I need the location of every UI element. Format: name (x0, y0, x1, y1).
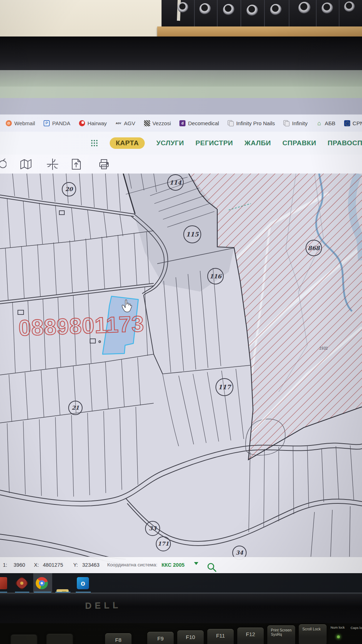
binder-ring (322, 3, 333, 14)
taskbar-app-partial-icon[interactable] (0, 577, 7, 589)
parcel-label: 115 (183, 225, 201, 243)
window-icon (283, 120, 289, 126)
parcel-label: 171 (156, 536, 171, 551)
parcel-number-small: 1931 (319, 346, 328, 350)
bookmark-hairway[interactable]: Hairway (79, 120, 107, 126)
parcel-label: 114 (167, 174, 184, 191)
bookmark-label: Vezzosi (153, 120, 171, 126)
key-f12: F12 (237, 628, 264, 644)
agv-icon: AGV (115, 120, 122, 126)
binder-ring (298, 2, 311, 14)
crs-selected-value: ККС 2005 (162, 562, 184, 568)
coord-y-label: Y: (73, 562, 78, 568)
binder-ring (199, 3, 211, 15)
bookmark-infinity-pro-nails[interactable]: Infinity Pro Nails (228, 120, 275, 126)
screen-top-band (0, 70, 362, 87)
decomedical-icon: d (179, 120, 185, 126)
laptop-top-bezel (0, 36, 362, 70)
key-f8: F8 (105, 633, 132, 644)
webmail-icon: @ (6, 120, 12, 126)
nav-item-pravosposobnost[interactable]: ПРАВОСПОСОБН (328, 139, 362, 147)
map-statusbar: 1: 3960 X: 4801275 Y: 323463 Координатна… (0, 557, 362, 574)
outlook-icon[interactable]: o (77, 577, 89, 589)
photo-of-laptop: @ Webmail P PANDA Hairway AGV AGV Vezzos… (0, 0, 362, 644)
bookmark-vezzosi[interactable]: Vezzosi (144, 120, 171, 126)
binder-ring (223, 4, 234, 15)
bookmark-label: PANDA (52, 120, 70, 126)
parcel-label: 117 (215, 378, 233, 396)
key-partial (11, 635, 37, 644)
binder-ring (178, 2, 188, 13)
bookmark-label: Hairway (88, 120, 107, 126)
browser-address-band (0, 98, 362, 114)
bookmark-label: CPNP (353, 120, 362, 126)
coord-y-value: 323463 (82, 562, 99, 568)
eu-flag-icon (344, 120, 350, 126)
roads-intersection-button[interactable] (46, 158, 59, 170)
coord-x-value: 4801275 (43, 562, 63, 568)
browser-tab-band (0, 87, 362, 98)
measure-tool-button[interactable] (0, 158, 6, 170)
bookmark-label: Decomedical (188, 120, 219, 126)
key-f10: F10 (177, 630, 204, 644)
nav-item-karta[interactable]: КАРТА (110, 137, 145, 149)
panda-icon: P (44, 120, 50, 126)
bookmark-cpnp[interactable]: CPNP (344, 120, 362, 126)
watermark-phone: 0889801173 (18, 311, 145, 340)
apps-grid-icon[interactable] (90, 139, 98, 147)
key-print-screen: Print Screen SysRq (267, 625, 295, 644)
window-icon (228, 120, 234, 126)
parcel-label: 20 (62, 182, 76, 196)
scale-label: 1: (3, 562, 7, 568)
parcel-label: 116 (207, 268, 224, 284)
bookmark-infinity[interactable]: Infinity (283, 120, 307, 126)
scale-value: 3960 (14, 562, 25, 568)
bookmark-agv[interactable]: AGV AGV (115, 120, 135, 126)
binder-ring (270, 4, 282, 15)
home-icon: ⌂ (316, 120, 322, 126)
key-f9: F9 (147, 632, 174, 644)
num-lock-indicator: Num lock (331, 625, 345, 629)
binder-ring (344, 1, 355, 12)
main-nav: КАРТА УСЛУГИ РЕГИСТРИ ЖАЛБИ СПРАВКИ ПРАВ… (0, 132, 362, 155)
key-f11: F11 (207, 629, 234, 644)
parcel-label: 868 (306, 240, 322, 256)
bookmark-decomedical[interactable]: d Decomedical (179, 120, 219, 126)
crs-label: Координатна система: (107, 562, 157, 567)
caps-lock-indicator: Caps lock (351, 626, 362, 630)
bookmark-panda[interactable]: P PANDA (44, 120, 70, 126)
laptop-bottom-bezel (0, 594, 362, 625)
nav-item-spravki[interactable]: СПРАВКИ (282, 139, 316, 147)
cadastral-map[interactable]: 1931 0889801173 20 114 115 116 868 117 2… (0, 174, 362, 573)
print-button[interactable] (98, 158, 110, 170)
vezzosi-icon (144, 120, 150, 126)
bookmark-label: Infinity (292, 120, 307, 126)
nav-item-uslugi[interactable]: УСЛУГИ (156, 139, 184, 147)
nav-item-registri[interactable]: РЕГИСТРИ (195, 139, 233, 147)
bookmark-abv[interactable]: ⌂ АБВ (316, 120, 336, 126)
parcel-label: 21 (68, 401, 83, 415)
binder-ring (247, 5, 258, 16)
bookmark-label: Infinity Pro Nails (236, 120, 275, 126)
bookmark-webmail[interactable]: @ Webmail (6, 120, 35, 126)
bookmarks-bar: @ Webmail P PANDA Hairway AGV AGV Vezzos… (0, 114, 362, 132)
key-scroll-lock: Scroll Lock (299, 624, 327, 644)
chevron-down-icon[interactable] (194, 562, 198, 565)
bookmark-label: Webmail (14, 120, 35, 126)
parcel-label: 33 (145, 521, 160, 536)
coord-x-label: X: (34, 562, 39, 568)
map-layers-button[interactable] (19, 158, 31, 170)
map-search-button[interactable] (207, 562, 217, 573)
export-button[interactable] (70, 158, 82, 170)
taskbar-crest-app-icon[interactable] (15, 576, 29, 590)
hairway-icon (79, 120, 85, 126)
key-partial (46, 634, 73, 644)
chrome-icon[interactable] (36, 577, 48, 589)
nav-item-zhalbi[interactable]: ЖАЛБИ (244, 139, 271, 147)
dell-logo: DELL (85, 600, 122, 611)
map-canvas: 1931 0889801173 (0, 174, 362, 573)
map-toolbar (0, 155, 362, 174)
num-lock-led (337, 635, 340, 638)
bookmark-label: AGV (124, 120, 135, 126)
binders-row (162, 0, 362, 29)
